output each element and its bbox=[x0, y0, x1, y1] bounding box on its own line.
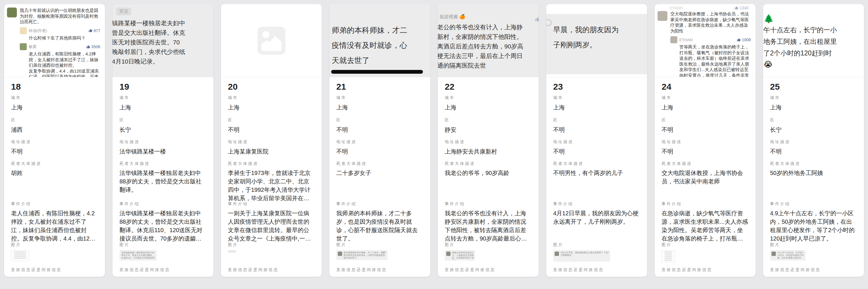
big-text-line: 天就去世了 bbox=[329, 53, 430, 68]
field-value-district: 不明 bbox=[661, 125, 748, 134]
card-cover-screenshot: 鼠甜橙酱 🍊老公的爷爷也没有计入，上海静 新村，全家阴的情况下他阳性。 离酒店后… bbox=[438, 4, 539, 77]
field-label-district: 区 bbox=[120, 117, 207, 123]
field-value-deceased: 胡姓 bbox=[11, 169, 98, 177]
comment-text: 交大电院退休教授，上海书协会员，书法家吴中南老师在急诊病逝，缺少氧气等医疗资源，… bbox=[670, 11, 752, 34]
field-value-deceased: 交大电院退休教授，上海书协会员，书法家吴中南老师 bbox=[661, 169, 748, 186]
field-label-address: 地址描述 bbox=[336, 139, 423, 145]
thumbnail-text-line bbox=[664, 252, 672, 252]
card-body: 22 城市 上海 区 静安 地址描述 上海静安去共康新村 死者大体描述 我老公的… bbox=[438, 77, 539, 277]
comment-reply-header: ETHAN1008 bbox=[670, 36, 752, 43]
field-value-address: 不明 bbox=[11, 147, 98, 156]
record-card[interactable]: 师弟的本科师妹，才二疫情没有及时就诊，心天就去世了 21 城市 上海 区 不明 … bbox=[329, 4, 430, 277]
image-thumbnail[interactable] bbox=[228, 250, 236, 253]
thumbnail-avatar bbox=[555, 252, 559, 256]
post-text: 镇路某楼一楼独居老夫妇中 曾是交大出版社翻译。休克 医无对接医院而去世。70 晚… bbox=[113, 18, 213, 66]
field-label-district: 区 bbox=[11, 117, 98, 123]
thumbnail-text-line bbox=[14, 256, 26, 256]
big-text-block: 师弟的本科师妹，才二疫情没有及时就诊，心天就去世了 bbox=[329, 4, 430, 74]
field-value-event: 4.9上午十点左右，长宁的一小区内，50岁的外地务工阿姨，在出租屋里心梗发作，等… bbox=[770, 209, 857, 242]
field-label-event: 事件介绍 bbox=[228, 202, 315, 207]
card-cover-screenshot: 我几十年前就认识的一位胡姓朋友也是因为封控、核酸检测等原因没有得到及时救治而死亡… bbox=[4, 4, 105, 77]
field-value-direct: 身边信息 bbox=[553, 275, 640, 277]
field-value-direct: 身边信息 bbox=[661, 275, 748, 277]
card-body: 24 城市 上海 区 不明 地址描述 不明 死者大体描述 交大电院退休教授，上海… bbox=[655, 77, 755, 277]
record-card[interactable]: 我几十年前就认识的一位胡姓朋友也是因为封控、核酸检测等原因没有得到及时救治而死亡… bbox=[4, 4, 105, 277]
comment-avatar bbox=[20, 43, 27, 50]
field-value-address: 不明 bbox=[553, 147, 640, 156]
record-card[interactable]: 置顶镇路某楼一楼独居老夫妇中 曾是交大出版社翻译。休克 医无对接医院而去世。70… bbox=[113, 4, 213, 277]
thumbnail-text-line bbox=[664, 258, 672, 258]
post-text-line: 了2个小时的120赶到时 bbox=[763, 47, 864, 59]
field-value-address: 不明 bbox=[661, 147, 748, 156]
field-label-event: 事件介绍 bbox=[336, 202, 423, 207]
image-thumbnail[interactable]: 3349还有我师弟的本科师妹，才二十多岁，也是因为疫情没有及时就诊，心脏不舒服送… bbox=[336, 250, 388, 260]
field-label-image: 图片 bbox=[770, 242, 857, 248]
big-text-block: 早晨，我的朋友因为子刚刚两岁。 bbox=[546, 4, 647, 52]
field-label-deceased: 死者大体描述 bbox=[445, 161, 532, 166]
field-label-address: 地址描述 bbox=[228, 139, 315, 145]
thumbnail-micro-text: 4月12日早晨，我的朋友因为心梗永远离开了，儿子刚刚两岁。 bbox=[560, 251, 609, 261]
field-value-district: 不明 bbox=[553, 125, 640, 134]
card-number: 25 bbox=[770, 77, 857, 95]
field-label-image: 图片 bbox=[228, 242, 315, 248]
record-card[interactable]: 20 城市 上海 区 不明 地址描述 上海某康复医院 死者大体描述 李昶生于19… bbox=[221, 4, 322, 277]
thumbnail-micro-text: 我老公的爷爷也没有计入，上海静安区共康新村，全家阴的情况下他阳性 bbox=[452, 251, 474, 260]
field-label-direct: 直接信息还是间接信息 bbox=[553, 267, 640, 273]
comment-reply: 柿油(作者)977什么时候？生了其他疾病吗？ bbox=[20, 27, 101, 41]
field-value-event: 我老公的爷爷也没有计入，上海静安区共康新村，全家阴的情况下他阳性，被转去隔离酒店… bbox=[445, 209, 532, 242]
field-label-address: 地址描述 bbox=[120, 139, 207, 145]
post-text: 老公的爷爷也没有计入，上海静 新村，全家阴的情况下他阳性。 离酒店后差点转去方舱… bbox=[438, 22, 539, 70]
poster-name: 鼠甜橙酱 🍊 bbox=[438, 14, 539, 20]
field-value-address: 不明 bbox=[336, 147, 423, 156]
field-value-address: 不明 bbox=[770, 147, 857, 156]
field-value-city: 上海 bbox=[228, 103, 315, 112]
field-label-image: 图片 bbox=[553, 242, 640, 248]
record-card[interactable]: 鼠甜橙酱 🍊老公的爷爷也没有计入，上海静 新村，全家阴的情况下他阳性。 离酒店后… bbox=[438, 4, 539, 277]
thumbnail-avatar bbox=[772, 252, 776, 256]
field-value-address: 上海某康复医院 bbox=[228, 147, 315, 156]
like-count: 1008 bbox=[737, 37, 752, 42]
like-number: 977 bbox=[94, 29, 100, 33]
image-thumbnail[interactable] bbox=[661, 250, 675, 262]
field-label-event: 事件介绍 bbox=[661, 202, 748, 207]
big-text-line: 子刚刚两岁。 bbox=[550, 37, 647, 52]
field-value-deceased: 法华镇路某楼一楼独居老夫妇中88岁的丈夫，曾经是交大出版社翻译。 bbox=[120, 169, 207, 194]
field-value-deceased: 50岁的外地务工阿姨 bbox=[770, 169, 857, 177]
field-label-deceased: 死者大体描述 bbox=[770, 161, 857, 166]
field-value-city: 上海 bbox=[770, 103, 857, 112]
image-thumbnail[interactable]: 法华镇路某楼一楼独居老夫妇中88岁的丈夫，曾是交大出版社翻译。休克后110、12… bbox=[120, 250, 157, 260]
card-body: 23 城市 上海 区 不明 地址描述 不明 死者大体描述 不明男性，有个两岁的儿… bbox=[546, 77, 647, 277]
field-label-city: 城市 bbox=[228, 95, 315, 100]
record-card[interactable]: ETHAN1340交大电院退休教授，上海书协会员，书法家吴中南老师在急诊病逝，缺… bbox=[655, 4, 755, 277]
like-number: 1340 bbox=[740, 5, 748, 10]
image-thumbnail[interactable] bbox=[11, 250, 29, 261]
big-text-line: 早晨，我的朋友因为 bbox=[550, 22, 647, 37]
field-value-district: 浦西 bbox=[11, 125, 98, 134]
field-value-direct: 身边信息 bbox=[336, 275, 423, 277]
image-thumbnail[interactable]: 21474月12日早晨，我的朋友因为心梗永远离开了，儿子刚刚两岁。 bbox=[553, 250, 610, 262]
thumbnail-avatar bbox=[446, 252, 451, 256]
thumbnail-micro-text: 4.9上午十点左右，长宁的一小区内，50岁的外地务工阿姨，在出租屋里心梗发作 bbox=[777, 251, 804, 260]
card-number: 19 bbox=[120, 77, 207, 95]
image-thumbnail[interactable]: 我老公的爷爷也没有计入，上海静安区共康新村，全家阴的情况下他阳性 bbox=[445, 250, 475, 260]
field-label-city: 城市 bbox=[120, 95, 207, 100]
image-thumbnail[interactable]: 4.9上午十点左右，长宁的一小区内，50岁的外地务工阿姨，在出租屋里心梗发作 bbox=[770, 250, 806, 260]
crying-emoji: 😭 bbox=[764, 60, 864, 69]
post-text: 午十点左右，长宁的一小地务工阿姨，在出租屋里了2个小时的120赶到时 bbox=[763, 24, 864, 59]
card-cover-screenshot: 🌲午十点左右，长宁的一小地务工阿姨，在出租屋里了2个小时的120赶到时😭 bbox=[763, 4, 864, 77]
field-label-event: 事件介绍 bbox=[445, 202, 532, 207]
comment-avatar bbox=[7, 7, 17, 17]
field-value-event: 法华镇路某楼一楼独居老夫妇中88岁的丈夫，曾经是交大出版社翻译。休克后110、1… bbox=[120, 209, 207, 242]
record-card[interactable]: 早晨，我的朋友因为子刚刚两岁。 23 城市 上海 区 不明 地址描述 不明 死者… bbox=[546, 4, 647, 277]
thumbnail-text-line bbox=[14, 252, 26, 252]
field-label-image: 图片 bbox=[120, 242, 207, 248]
field-label-deceased: 死者大体描述 bbox=[553, 161, 640, 166]
big-text-line: 师弟的本科师妹，才二 bbox=[329, 23, 430, 38]
comment-reply: 敏宴3506老人住浦西，有陈旧性脑梗，4.2摔跤，女儿被封在浦东过不了江，妹妹们… bbox=[20, 43, 101, 77]
field-label-city: 城市 bbox=[11, 95, 98, 100]
card-body: 25 城市 上海 区 长宁 地址描述 不明 死者大体描述 50岁的外地务工阿姨 … bbox=[763, 77, 864, 277]
record-card[interactable]: 🌲午十点左右，长宁的一小地务工阿姨，在出租屋里了2个小时的120赶到时😭 25 … bbox=[763, 4, 864, 277]
thumbnail-micro-text: 还有我师弟的本科师妹，才二十多岁，也是因为疫情没有及时就诊，心脏不舒服送医院隔天… bbox=[344, 251, 386, 259]
field-value-city: 上海 bbox=[445, 103, 532, 112]
card-cover-screenshot: 置顶镇路某楼一楼独居老夫妇中 曾是交大出版社翻译。休克 医无对接医院而去世。70… bbox=[113, 4, 213, 77]
